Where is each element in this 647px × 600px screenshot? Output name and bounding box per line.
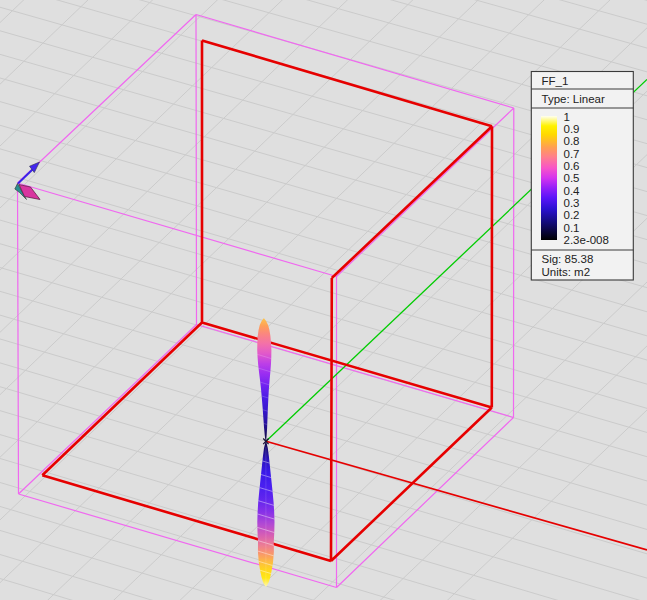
svg-text:0.6: 0.6 xyxy=(564,160,580,172)
svg-text:0.8: 0.8 xyxy=(564,135,580,147)
svg-text:FF_1: FF_1 xyxy=(542,75,569,87)
svg-text:2.3e-008: 2.3e-008 xyxy=(564,234,609,246)
svg-text:0.9: 0.9 xyxy=(564,123,580,135)
svg-text:0.1: 0.1 xyxy=(564,222,580,234)
svg-text:0.7: 0.7 xyxy=(564,148,580,160)
svg-text:Units: m2: Units: m2 xyxy=(542,266,591,278)
svg-text:0.5: 0.5 xyxy=(564,172,580,184)
svg-text:1: 1 xyxy=(564,111,570,123)
svg-text:Sig: 85.38: Sig: 85.38 xyxy=(542,253,594,265)
svg-text:0.2: 0.2 xyxy=(564,209,580,221)
svg-text:0.3: 0.3 xyxy=(564,197,580,209)
svg-text:0.4: 0.4 xyxy=(564,185,581,197)
svg-text:Type: Linear: Type: Linear xyxy=(542,93,605,105)
